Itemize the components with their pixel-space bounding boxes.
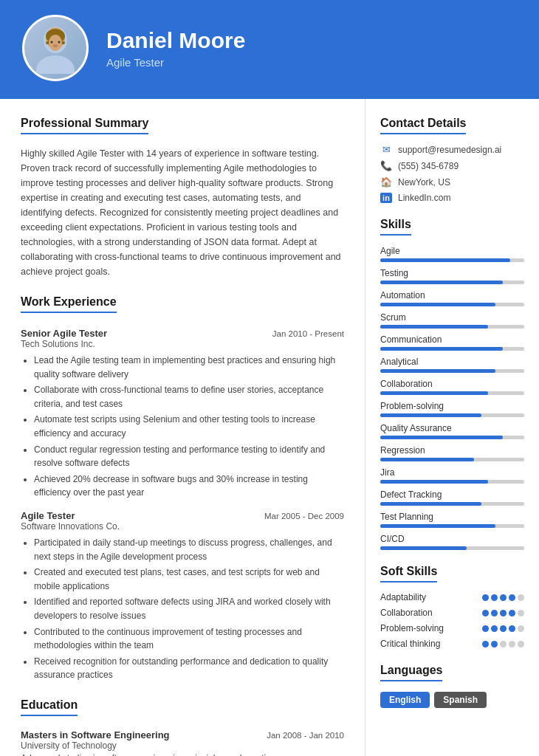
skill-name: Testing <box>380 268 524 278</box>
skill-bar-bg <box>380 524 524 528</box>
dot <box>500 594 507 601</box>
summary-section: Professional Summary Highly skilled Agil… <box>21 117 344 279</box>
skill-item: Communication <box>380 334 524 351</box>
contact-linkedin: in LinkedIn.com <box>380 193 524 203</box>
skill-bar-fill <box>380 303 495 306</box>
svg-point-5 <box>49 35 62 51</box>
soft-skill-dots <box>482 641 524 647</box>
job-company-2: Software Innovations Co. <box>21 521 344 532</box>
svg-point-1 <box>36 55 75 74</box>
skill-item: Defect Tracking <box>380 489 524 506</box>
skill-bar-fill <box>380 480 488 484</box>
bullet: Participated in daily stand-up meetings … <box>34 536 344 563</box>
dot <box>509 594 515 601</box>
soft-skills-section: Soft Skills Adaptability Collaboration P… <box>380 565 524 649</box>
skill-item: Scrum <box>380 312 524 329</box>
right-column: Contact Details ✉ support@resumedesign.a… <box>365 99 539 756</box>
skill-name: Collaboration <box>380 379 524 389</box>
contact-section: Contact Details ✉ support@resumedesign.a… <box>380 117 524 203</box>
skill-item: Automation <box>380 290 524 306</box>
avatar <box>22 15 89 81</box>
dot <box>491 594 498 601</box>
dot <box>491 625 498 632</box>
dot <box>500 641 507 647</box>
skill-bar-fill <box>380 391 488 395</box>
skill-bar-fill <box>380 347 503 351</box>
skill-bar-bg <box>380 391 524 395</box>
work-title: Work Experience <box>21 295 117 313</box>
contact-location: 🏠 NewYork, US <box>380 176 524 188</box>
contact-title: Contact Details <box>380 117 466 134</box>
skills-list: Agile Testing Automation Scrum Communica… <box>380 246 524 550</box>
svg-point-6 <box>51 41 53 44</box>
skills-section: Skills Agile Testing Automation Scrum Co… <box>380 218 524 550</box>
language-tags: English Spanish <box>380 692 524 708</box>
soft-skill-name: Problem-solving <box>380 623 444 633</box>
contact-linkedin-text: LinkedIn.com <box>398 193 450 203</box>
location-icon: 🏠 <box>380 176 392 188</box>
contact-email: ✉ support@resumedesign.ai <box>380 144 524 155</box>
skill-bar-fill <box>380 258 510 262</box>
left-column: Professional Summary Highly skilled Agil… <box>0 99 365 756</box>
language-spanish: Spanish <box>434 692 487 708</box>
contact-email-text: support@resumedesign.ai <box>398 145 501 155</box>
header-text: Daniel Moore Agile Tester <box>106 28 245 69</box>
soft-skill-item: Collaboration <box>380 608 524 618</box>
soft-skill-dots <box>482 594 524 601</box>
soft-skill-item: Problem-solving <box>380 623 524 633</box>
skill-item: CI/CD <box>380 534 524 550</box>
skill-bar-bg <box>380 458 524 461</box>
skill-bar-fill <box>380 502 481 506</box>
skill-bar-fill <box>380 281 503 284</box>
skill-name: Defect Tracking <box>380 489 524 500</box>
skill-bar-fill <box>380 546 467 550</box>
soft-skills-list: Adaptability Collaboration Problem-solvi… <box>380 592 524 649</box>
dot <box>482 610 489 616</box>
dot <box>491 610 498 616</box>
dot <box>509 641 515 647</box>
skill-bar-bg <box>380 258 524 262</box>
soft-skill-item: Adaptability <box>380 592 524 602</box>
education-section: Education Masters in Software Engineerin… <box>21 698 344 756</box>
skill-bar-fill <box>380 524 495 528</box>
skill-name: Problem-solving <box>380 401 524 411</box>
skill-name: Scrum <box>380 312 524 323</box>
summary-text: Highly skilled Agile Tester with 14 year… <box>21 146 344 279</box>
skill-item: Testing <box>380 268 524 284</box>
dot <box>518 641 524 647</box>
dot <box>482 641 489 647</box>
bullet: Identified and reported software defects… <box>34 595 344 622</box>
skill-name: Regression <box>380 445 524 456</box>
skill-item: Regression <box>380 445 524 461</box>
bullet: Collaborate with cross-functional teams … <box>34 383 344 410</box>
svg-point-8 <box>53 44 58 47</box>
work-experience-section: Work Experience Senior Agile Tester Jan … <box>21 295 344 682</box>
linkedin-icon: in <box>380 193 392 203</box>
edu-school-1: University of Technology <box>21 740 344 751</box>
bullet: Achieved 20% decrease in software bugs a… <box>34 472 344 500</box>
dot <box>518 594 524 601</box>
bullet: Lead the Agile testing team in implement… <box>34 354 344 381</box>
job-header-2: Agile Tester Mar 2005 - Dec 2009 <box>21 510 344 521</box>
job-dates-2: Mar 2005 - Dec 2009 <box>264 512 344 520</box>
skills-title: Skills <box>380 218 411 236</box>
avatar-image <box>24 15 86 81</box>
main-content: Professional Summary Highly skilled Agil… <box>0 99 539 756</box>
skill-bar-bg <box>380 502 524 506</box>
bullet: Received recognition for outstanding per… <box>34 655 344 682</box>
language-english: English <box>380 692 430 708</box>
skill-bar-fill <box>380 325 488 329</box>
email-icon: ✉ <box>380 144 392 155</box>
job-title-1: Senior Agile Tester <box>21 328 107 339</box>
summary-title: Professional Summary <box>21 117 148 134</box>
soft-skill-name: Collaboration <box>380 608 433 618</box>
skill-bar-bg <box>380 369 524 373</box>
education-title: Education <box>21 698 78 716</box>
resume-header: Daniel Moore Agile Tester <box>0 0 539 96</box>
skill-bar-bg <box>380 347 524 351</box>
soft-skill-dots <box>482 610 524 616</box>
skill-name: Test Planning <box>380 512 524 522</box>
bullet: Automate test scripts using Selenium and… <box>34 413 344 440</box>
languages-section: Languages English Spanish <box>380 664 524 708</box>
contact-phone-text: (555) 345-6789 <box>398 161 459 171</box>
